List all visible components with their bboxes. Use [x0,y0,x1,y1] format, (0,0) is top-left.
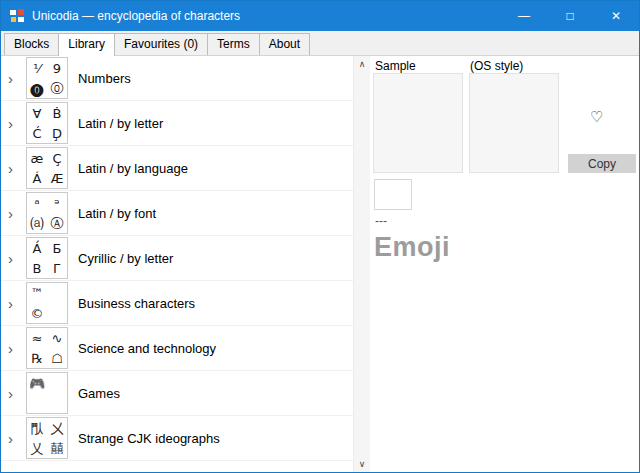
library-row[interactable]: ›ⱯḂĆḐLatin / by letter [1,101,353,146]
category-label: Games [78,386,120,401]
glyph: ᵃ [27,193,47,213]
glyph: Г [47,258,67,278]
glyph: А́ [27,238,47,258]
library-row[interactable]: ›ᵃᵊ⒜ⒶLatin / by font [1,191,353,236]
library-row[interactable]: ›🎮Games [1,371,353,416]
glyph: ᵊ [47,193,67,213]
expand-chevron-icon[interactable]: › [6,296,24,311]
sample-box [373,73,463,173]
glyph: © [27,303,47,323]
close-button[interactable]: ✕ [593,1,639,31]
category-label: Science and technology [78,341,216,356]
glyph: 閄 [27,418,47,438]
expand-chevron-icon[interactable]: › [6,71,24,86]
tab-terms[interactable]: Terms [207,33,260,55]
glyph: ⅟ [27,58,47,78]
copy-button[interactable]: Copy [568,154,636,173]
glyph: 🎮 [27,373,47,393]
glyph: 乂 [27,438,47,458]
glyph [47,393,67,413]
glyph-preview-box: ⱯḂĆḐ [26,102,68,144]
category-label: Business characters [78,296,195,311]
placeholder-text: --- [375,214,387,228]
scroll-up-icon[interactable]: ∧ [354,56,370,72]
glyph: Á [27,168,47,188]
tab-library[interactable]: Library [58,33,115,56]
maximize-button[interactable]: □ [547,1,593,31]
glyph: Б [47,238,67,258]
glyph: Æ [47,168,67,188]
glyph-preview-box: 🎮 [26,372,68,414]
tab-blocks[interactable]: Blocks [4,33,59,55]
favourite-heart-icon[interactable]: ♡ [590,108,603,126]
library-row[interactable]: ›А́БВГCyrillic / by letter [1,236,353,281]
glyph: 9 [47,58,67,78]
sample-label: Sample [375,59,416,73]
glyph-preview-box: æÇÁÆ [26,147,68,189]
scroll-down-icon[interactable]: ∨ [354,456,370,472]
os-style-sample-box [469,73,559,173]
glyph: ⓿ [27,78,47,98]
category-label: Numbers [78,71,131,86]
library-list: ›⅟9⓿⓪Numbers›ⱯḂĆḐLatin / by letter›æÇÁÆL… [1,56,353,472]
glyph-preview-box: ™© [26,282,68,324]
glyph: ∿ [47,328,67,348]
glyph: ℞ [27,348,47,368]
library-row[interactable]: ›⅟9⓿⓪Numbers [1,56,353,101]
category-label: Cyrillic / by letter [78,251,173,266]
glyph-preview-box: ᵃᵊ⒜Ⓐ [26,192,68,234]
expand-chevron-icon[interactable]: › [6,116,24,131]
expand-chevron-icon[interactable]: › [6,206,24,221]
os-style-label: (OS style) [470,59,523,73]
tab-about[interactable]: About [259,33,310,55]
tab-bar: BlocksLibraryFavourites (0)TermsAbout [1,31,639,56]
main-content: ›⅟9⓿⓪Numbers›ⱯḂĆḐLatin / by letter›æÇÁÆL… [1,56,639,472]
glyph: Ç [47,148,67,168]
category-label: Latin / by font [78,206,156,221]
expand-chevron-icon[interactable]: › [6,251,24,266]
category-label: Latin / by letter [78,116,163,131]
title-bar[interactable]: Unicodia — encyclopedia of characters — … [1,1,639,31]
glyph-preview-box: ⅟9⓿⓪ [26,57,68,99]
expand-chevron-icon[interactable]: › [6,341,24,356]
library-row[interactable]: ›閄㐅乂囍Strange CJK ideographs [1,416,353,461]
glyph: ☖ [47,348,67,368]
glyph: Ḑ [47,123,67,143]
window-controls: — □ ✕ [501,1,639,31]
glyph: В [27,258,47,278]
expand-chevron-icon[interactable]: › [6,431,24,446]
expand-chevron-icon[interactable]: › [6,386,24,401]
glyph: Ⓐ [47,213,67,233]
glyph [47,303,67,323]
category-label: Latin / by language [78,161,188,176]
glyph: Ḃ [47,103,67,123]
app-window: Unicodia — encyclopedia of characters — … [0,0,640,473]
tab-favourites-0[interactable]: Favourites (0) [114,33,208,55]
preview-panel: Sample (OS style) ♡ Copy --- Emoji [370,56,639,472]
character-cell-box [374,179,412,210]
app-icon [9,8,25,24]
glyph [47,283,67,303]
glyph: ⒜ [27,213,47,233]
window-title: Unicodia — encyclopedia of characters [32,9,501,23]
category-label: Strange CJK ideographs [78,431,220,446]
glyph: 㐅 [47,418,67,438]
glyph [47,373,67,393]
glyph: ⓪ [47,78,67,98]
glyph [27,393,47,413]
glyph: Ć [27,123,47,143]
library-row[interactable]: ›æÇÁÆLatin / by language [1,146,353,191]
glyph: ™ [27,283,47,303]
section-title: Emoji [374,232,450,263]
vertical-scrollbar[interactable]: ∧ ∨ [353,56,370,472]
minimize-button[interactable]: — [501,1,547,31]
glyph-preview-box: 閄㐅乂囍 [26,417,68,459]
expand-chevron-icon[interactable]: › [6,161,24,176]
library-row[interactable]: ›™©Business characters [1,281,353,326]
library-row[interactable]: ›≈∿℞☖Science and technology [1,326,353,371]
glyph-preview-box: А́БВГ [26,237,68,279]
glyph-preview-box: ≈∿℞☖ [26,327,68,369]
glyph: Ɐ [27,103,47,123]
glyph: ≈ [27,328,47,348]
glyph: 囍 [47,438,67,458]
